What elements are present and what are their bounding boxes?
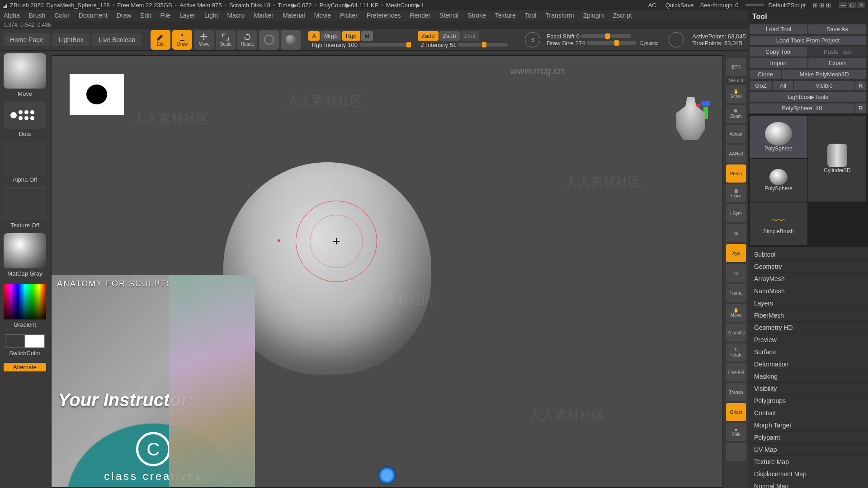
aahalf-button[interactable]: AAHalf bbox=[726, 145, 746, 163]
menu-movie[interactable]: Movie bbox=[314, 12, 331, 19]
persp-button[interactable]: Persp bbox=[726, 164, 746, 183]
gradient-label[interactable]: Gradient bbox=[14, 321, 36, 328]
isolate-button[interactable]: ⋮⋮ bbox=[726, 443, 746, 461]
subpalette-texturemap[interactable]: Texture Map bbox=[748, 456, 868, 468]
color-picker[interactable] bbox=[4, 284, 46, 319]
seethrough-slider[interactable] bbox=[745, 4, 764, 6]
menu-file[interactable]: File bbox=[160, 12, 170, 19]
floor-button[interactable]: ▦Floor bbox=[726, 184, 746, 202]
tool-r-button[interactable]: R bbox=[855, 103, 866, 113]
menu-zplugin[interactable]: Zplugin bbox=[583, 12, 604, 19]
subpalette-surface[interactable]: Surface bbox=[748, 346, 868, 358]
subpalette-nanomesh[interactable]: NanoMesh bbox=[748, 285, 868, 297]
zsub-button[interactable]: Zsub bbox=[439, 31, 460, 41]
a-button[interactable]: A bbox=[308, 31, 320, 41]
subpalette-polygroups[interactable]: Polygroups bbox=[748, 395, 868, 407]
menu-macro[interactable]: Macro bbox=[227, 12, 245, 19]
home-page-button[interactable]: Home Page bbox=[4, 33, 50, 46]
tool-tile-polysphere-2[interactable]: PolySphere bbox=[750, 159, 807, 202]
alpha-slot[interactable] bbox=[4, 142, 46, 174]
switchcolor-button[interactable]: SwitchColor bbox=[9, 350, 40, 357]
rgb-button[interactable]: Rgb bbox=[342, 31, 360, 41]
menu-preferences[interactable]: Preferences bbox=[367, 12, 401, 19]
menu-material[interactable]: Material bbox=[283, 12, 305, 19]
menu-cluster-icon[interactable]: ⊞ ⊞ ⊞ bbox=[813, 2, 831, 9]
scroll-button[interactable]: ✋Scroll bbox=[726, 85, 746, 103]
rotate3d-button[interactable]: ↻Rotate bbox=[726, 343, 746, 361]
maximize-button[interactable]: ▢ bbox=[848, 2, 856, 8]
xyz-button[interactable]: Xyz bbox=[726, 244, 746, 262]
lsym-button[interactable]: LSym bbox=[726, 204, 746, 222]
menu-picker[interactable]: Picker bbox=[340, 12, 358, 19]
document-thumbnail[interactable] bbox=[70, 74, 124, 115]
import-button[interactable]: Import bbox=[750, 58, 807, 68]
lightbox-tools-button[interactable]: Lightbox▶Tools bbox=[750, 92, 866, 102]
menu-transform[interactable]: Transform bbox=[545, 12, 574, 19]
goz-button[interactable]: GoZ bbox=[750, 81, 772, 90]
rgb-intensity-slider[interactable] bbox=[359, 43, 409, 47]
menu-brush[interactable]: Brush bbox=[29, 12, 46, 19]
save-as-button[interactable]: Save As bbox=[808, 24, 866, 34]
subpalette-preview[interactable]: Preview bbox=[748, 334, 868, 346]
menu-tool[interactable]: Tool bbox=[525, 12, 537, 19]
tool-tile-cylinder[interactable]: Cylinder3D bbox=[808, 116, 866, 202]
seethrough-value[interactable]: 0 bbox=[735, 2, 738, 9]
m-button[interactable]: M bbox=[361, 31, 373, 41]
bpr-button[interactable]: BPR bbox=[726, 58, 746, 76]
solo-button[interactable]: ●Solo bbox=[726, 423, 746, 441]
material-preview[interactable] bbox=[4, 233, 46, 268]
subpalette-geometryhd[interactable]: Geometry HD bbox=[748, 322, 868, 334]
scale-mode-button[interactable]: Scale bbox=[216, 30, 236, 50]
subpalette-displacementmap[interactable]: Displacement Map bbox=[748, 468, 868, 480]
mrgb-button[interactable]: Mrgb bbox=[321, 31, 341, 41]
menu-texture[interactable]: Texture bbox=[495, 12, 516, 19]
quicksave-button[interactable]: QuickSave bbox=[665, 2, 694, 9]
subpalette-masking[interactable]: Masking bbox=[748, 371, 868, 383]
transp-button[interactable]: Transp bbox=[726, 383, 746, 401]
menu-stroke[interactable]: Stroke bbox=[467, 12, 486, 19]
z-intensity-slider[interactable] bbox=[458, 43, 508, 47]
goz-r-button[interactable]: R bbox=[855, 81, 866, 90]
menu-stencil[interactable]: Stencil bbox=[439, 12, 458, 19]
polyframe-button[interactable]: ⊞ bbox=[726, 224, 746, 242]
lightbox-button[interactable]: LightBox bbox=[52, 33, 90, 46]
load-project-button[interactable]: Load Tools From Project bbox=[750, 36, 866, 45]
subpalette-visibility[interactable]: Visibility bbox=[748, 383, 868, 395]
menu-edit[interactable]: Edit bbox=[140, 12, 151, 19]
subpalette-arraymesh[interactable]: ArrayMesh bbox=[748, 273, 868, 285]
export-button[interactable]: Export bbox=[808, 58, 866, 68]
subpalette-subtool[interactable]: Subtool bbox=[748, 249, 868, 261]
sculptris-button[interactable] bbox=[259, 30, 279, 50]
live-boolean-button[interactable]: Live Boolean bbox=[92, 33, 142, 46]
spix-label[interactable]: SPix 3 bbox=[729, 78, 743, 83]
zoom3d-button[interactable]: Zoom3D bbox=[726, 324, 746, 342]
menu-marker[interactable]: Marker bbox=[254, 12, 274, 19]
copy-tool-button[interactable]: Copy Tool bbox=[750, 47, 807, 56]
subpalette-fibermesh[interactable]: FiberMesh bbox=[748, 310, 868, 322]
minimize-button[interactable]: — bbox=[839, 2, 847, 8]
subpalette-polypaint[interactable]: Polypaint bbox=[748, 432, 868, 444]
paste-tool-button[interactable]: Paste Tool bbox=[808, 47, 866, 56]
tool-tile-simplebrush[interactable]: 〰 SimpleBrush bbox=[750, 202, 807, 245]
clone-button[interactable]: Clone bbox=[750, 70, 781, 79]
close-button[interactable]: ✕ bbox=[857, 2, 865, 8]
goz-all-button[interactable]: All bbox=[773, 81, 793, 90]
dynamic-toggle[interactable]: Dynamic bbox=[640, 41, 658, 46]
menu-document[interactable]: Document bbox=[79, 12, 108, 19]
load-tool-button[interactable]: Load Tool bbox=[750, 24, 807, 34]
menu-alpha[interactable]: Alpha bbox=[4, 12, 20, 19]
menu-layer[interactable]: Layer bbox=[179, 12, 195, 19]
subpalette-deformation[interactable]: Deformation bbox=[748, 358, 868, 371]
linefill-button[interactable]: Line Fill bbox=[726, 363, 746, 381]
defaultzscript-button[interactable]: DefaultZScript bbox=[768, 2, 805, 9]
viewport[interactable]: www.rrcg.cn 人人素材社区 人人素材社区 人人素材社区 人人素材社区 … bbox=[51, 55, 723, 488]
local-button[interactable]: ◎ bbox=[726, 264, 746, 282]
menu-zscript[interactable]: Zscript bbox=[613, 12, 632, 19]
subpalette-geometry[interactable]: Geometry bbox=[748, 261, 868, 273]
subpalette-normalmap[interactable]: Normal Map bbox=[748, 480, 868, 488]
move3d-button[interactable]: ✋Move bbox=[726, 304, 746, 322]
subpalette-layers[interactable]: Layers bbox=[748, 297, 868, 310]
draw-size-slider[interactable] bbox=[587, 41, 637, 45]
swatch-primary[interactable] bbox=[25, 334, 45, 348]
view-navigator[interactable] bbox=[673, 79, 713, 137]
